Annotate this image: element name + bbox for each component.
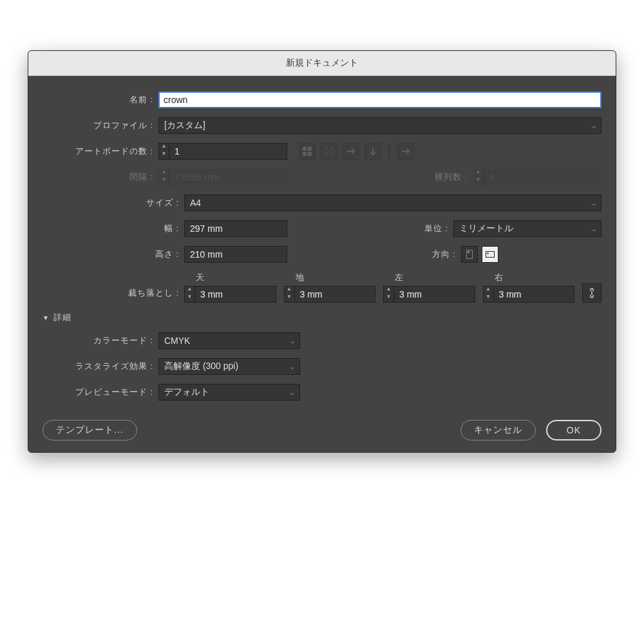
bleed-bottom-value: 3 mm bbox=[295, 289, 334, 299]
units-label: 単位 : bbox=[424, 223, 453, 234]
orientation-portrait-button[interactable] bbox=[461, 246, 478, 263]
bleed-top-stepper[interactable]: ▲▼ 3 mm bbox=[184, 286, 276, 303]
preview-value: デフォルト bbox=[164, 386, 209, 398]
chevron-down-icon: ⌵ bbox=[592, 225, 596, 232]
colormode-value: CMYK bbox=[164, 336, 190, 346]
chevron-down-icon: ⌵ bbox=[592, 122, 596, 129]
orientation-group bbox=[461, 246, 498, 263]
bleed-right-stepper[interactable]: ▲▼ 3 mm bbox=[483, 286, 575, 303]
artboards-label: アートボードの数 : bbox=[43, 146, 158, 157]
columns-value: 1 bbox=[484, 172, 522, 182]
height-label: 高さ : bbox=[43, 249, 184, 260]
bleed-bottom-stepper[interactable]: ▲▼ 3 mm bbox=[284, 286, 376, 303]
spacing-label: 間隔 : bbox=[43, 171, 158, 183]
name-input[interactable] bbox=[158, 91, 601, 108]
advanced-label: 詳細 bbox=[53, 312, 71, 323]
layout-direction-icon[interactable] bbox=[397, 143, 414, 160]
orientation-landscape-button[interactable] bbox=[482, 246, 498, 263]
preview-dropdown[interactable]: デフォルト ⌵ bbox=[158, 384, 300, 401]
columns-stepper: ▲▼ 1 bbox=[473, 169, 601, 185]
link-bleed-button[interactable] bbox=[582, 283, 601, 303]
separator bbox=[389, 144, 390, 158]
bleed-top-label: 天 bbox=[184, 272, 276, 283]
spacing-stepper: ▲▼ 7.0556 mm bbox=[158, 169, 287, 185]
height-field[interactable]: 210 mm bbox=[184, 246, 287, 263]
bleed-right-label: 右 bbox=[483, 272, 575, 283]
dialog-title: 新規ドキュメント bbox=[28, 51, 616, 76]
spacing-value: 7.0556 mm bbox=[169, 172, 225, 182]
size-value: A4 bbox=[190, 198, 201, 208]
width-label: 幅 : bbox=[43, 223, 184, 234]
profile-value: [カスタム] bbox=[164, 120, 205, 131]
dialog-content: 名前 : プロファイル : [カスタム] ⌵ アートボードの数 : ▲▼ 1 bbox=[28, 76, 616, 452]
cancel-button[interactable]: キャンセル bbox=[460, 420, 536, 440]
profile-dropdown[interactable]: [カスタム] ⌵ bbox=[158, 117, 601, 134]
width-field[interactable]: 297 mm bbox=[184, 220, 287, 237]
stepper-spin[interactable]: ▲▼ bbox=[159, 144, 169, 159]
new-document-dialog: 新規ドキュメント 名前 : プロファイル : [カスタム] ⌵ アートボードの数… bbox=[28, 50, 616, 453]
colormode-label: カラーモード : bbox=[43, 335, 158, 346]
grid-by-col-icon[interactable] bbox=[321, 143, 337, 160]
bleed-left-stepper[interactable]: ▲▼ 3 mm bbox=[383, 286, 475, 303]
bleed-bottom-label: 地 bbox=[284, 272, 376, 283]
arrange-down-icon[interactable] bbox=[365, 143, 381, 160]
chevron-down-icon: ⌵ bbox=[290, 389, 294, 396]
link-icon bbox=[587, 287, 596, 299]
orientation-label: 方向 : bbox=[432, 249, 461, 260]
advanced-disclosure[interactable]: ▼ 詳細 bbox=[43, 312, 601, 323]
artboards-stepper[interactable]: ▲▼ 1 bbox=[158, 143, 287, 160]
size-dropdown[interactable]: A4 ⌵ bbox=[184, 194, 601, 211]
artboards-value: 1 bbox=[169, 146, 208, 156]
raster-dropdown[interactable]: 高解像度 (300 ppi) ⌵ bbox=[158, 358, 300, 375]
profile-label: プロファイル : bbox=[43, 120, 158, 131]
triangle-down-icon: ▼ bbox=[43, 314, 50, 321]
artboard-arrangement-group bbox=[299, 143, 414, 160]
name-label: 名前 : bbox=[43, 94, 158, 106]
ok-button[interactable]: OK bbox=[546, 420, 601, 440]
raster-value: 高解像度 (300 ppi) bbox=[164, 361, 238, 372]
units-dropdown[interactable]: ミリメートル ⌵ bbox=[453, 220, 601, 237]
chevron-down-icon: ⌵ bbox=[592, 200, 596, 207]
bleed-left-value: 3 mm bbox=[394, 289, 433, 299]
grid-by-row-icon[interactable] bbox=[299, 143, 316, 160]
bleed-top-value: 3 mm bbox=[195, 289, 234, 299]
columns-label: 横列数 : bbox=[435, 171, 473, 183]
colormode-dropdown[interactable]: CMYK ⌵ bbox=[158, 332, 300, 349]
units-value: ミリメートル bbox=[459, 223, 513, 234]
templates-button[interactable]: テンプレート... bbox=[43, 420, 137, 440]
chevron-down-icon: ⌵ bbox=[290, 337, 294, 345]
raster-label: ラスタライズ効果 : bbox=[43, 361, 158, 372]
preview-label: プレビューモード : bbox=[43, 386, 158, 398]
bleed-label: 裁ち落とし : bbox=[43, 276, 184, 299]
bleed-left-label: 左 bbox=[383, 272, 475, 283]
chevron-down-icon: ⌵ bbox=[290, 363, 294, 370]
bleed-right-value: 3 mm bbox=[494, 289, 533, 299]
arrange-right-icon[interactable] bbox=[343, 143, 359, 160]
size-label: サイズ : bbox=[43, 197, 184, 209]
